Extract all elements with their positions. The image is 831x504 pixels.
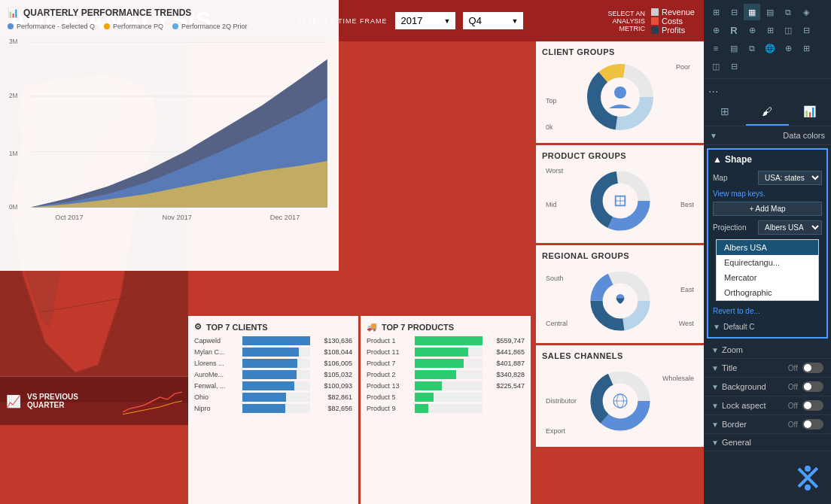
client-row-4: AuroMe... $105,032 bbox=[194, 370, 352, 379]
zoom-chevron: ▼ bbox=[711, 346, 719, 354]
chart-title: 📊 QUARTERLY PERFORMANCE TRENDS bbox=[8, 8, 331, 18]
toolbar-icon-17[interactable]: ◫ bbox=[708, 58, 724, 74]
title-value: Off bbox=[788, 363, 823, 373]
toolbar-icon-5[interactable]: ⧉ bbox=[780, 4, 796, 20]
background-toggle[interactable] bbox=[802, 381, 823, 392]
revenue-dot bbox=[651, 8, 659, 16]
zoom-row: ▼ Zoom bbox=[704, 342, 831, 359]
svg-point-23 bbox=[614, 87, 626, 99]
toolbar-icon-globe[interactable]: 🌐 bbox=[762, 40, 778, 56]
legend-circle-selected bbox=[8, 23, 14, 29]
dropdown-albers-usa[interactable]: Albers USA bbox=[717, 240, 818, 255]
svg-text:2M: 2M bbox=[9, 93, 18, 99]
client-bar-3 bbox=[242, 359, 310, 368]
projection-select[interactable]: Albers USA bbox=[758, 220, 822, 235]
svg-text:3M: 3M bbox=[9, 38, 18, 45]
svg-text:1M: 1M bbox=[9, 150, 18, 157]
toolbar-icon-r[interactable]: R bbox=[726, 22, 742, 38]
product-groups-box: PRODUCT GROUPS Worst Mid Best bbox=[536, 145, 704, 243]
toolbar-icon-18[interactable]: ⊟ bbox=[726, 58, 742, 74]
product-row-6: Product 5 bbox=[367, 393, 525, 402]
chart-svg: 3M 2M 1M 0M Oct 2017 Nov 2017 Dec 2017 bbox=[8, 35, 331, 223]
sparkline bbox=[123, 386, 182, 416]
dropdown-mercator[interactable]: Mercator bbox=[717, 270, 818, 285]
toolbar-icon-15[interactable]: ⊕ bbox=[780, 40, 796, 56]
client-top-label: Top bbox=[546, 97, 557, 105]
svg-point-44 bbox=[805, 484, 811, 490]
header-right: SELECT ANANALYSISMETRIC Revenue Costs Pr… bbox=[608, 8, 695, 35]
shape-panel: ▲ Shape Map USA: states View map keys. +… bbox=[707, 148, 828, 339]
lock-aspect-toggle[interactable] bbox=[802, 400, 823, 411]
tab-format[interactable]: 🖌 bbox=[746, 99, 788, 126]
regional-central-label: Central bbox=[546, 320, 568, 327]
panel-content: ▼ Data colors ▲ Shape Map USA: states Vi… bbox=[704, 126, 831, 504]
chart-legend: Performance - Selected Q Performance PQ … bbox=[8, 23, 331, 30]
toolbar-icon-7[interactable]: ⊕ bbox=[708, 22, 724, 38]
svg-text:Oct 2017: Oct 2017 bbox=[55, 214, 83, 221]
product-row-2: Product 11 $441,865 bbox=[367, 348, 525, 357]
border-toggle[interactable] bbox=[802, 419, 823, 430]
data-colors-header[interactable]: ▼ Data colors bbox=[704, 126, 831, 144]
svg-text:Dec 2017: Dec 2017 bbox=[270, 214, 300, 221]
product-bar-5 bbox=[415, 381, 482, 390]
client-bar-1 bbox=[242, 336, 310, 345]
title-row: ▼ Title Off bbox=[704, 359, 831, 378]
add-map-button[interactable]: + Add Map bbox=[713, 202, 822, 216]
year-select-wrapper[interactable]: 2017 bbox=[395, 12, 455, 29]
map-select[interactable]: USA: states bbox=[758, 171, 822, 185]
background-chevron: ▼ bbox=[711, 383, 719, 391]
client-bar-6 bbox=[242, 393, 310, 402]
quarter-select-wrapper[interactable]: Q4 bbox=[463, 12, 523, 29]
border-chevron: ▼ bbox=[711, 421, 719, 429]
title-knob bbox=[804, 364, 811, 372]
revert-link[interactable]: Revert to de... bbox=[713, 307, 822, 315]
toolbar-icon-4[interactable]: ▤ bbox=[762, 4, 778, 20]
client-row-5: Fenwal, ... $100,093 bbox=[194, 381, 352, 390]
toolbar-icon-8[interactable]: ⊕ bbox=[744, 22, 760, 38]
map-row: Map USA: states bbox=[713, 171, 822, 185]
lock-aspect-label-row: ▼ Lock aspect bbox=[711, 401, 766, 410]
lock-aspect-value: Off bbox=[788, 400, 823, 411]
general-row: ▼ General bbox=[704, 434, 831, 451]
title-toggle[interactable] bbox=[802, 363, 823, 373]
tab-table[interactable]: ⊞ bbox=[704, 99, 746, 126]
toolbar-icon-9[interactable]: ⊞ bbox=[762, 22, 778, 38]
product-bar-2 bbox=[415, 348, 482, 357]
legend-pq: Performance PQ bbox=[104, 23, 163, 30]
product-best-label: Best bbox=[680, 201, 694, 208]
toolbar-icon-13[interactable]: ▤ bbox=[726, 40, 742, 56]
default-c-chevron: ▼ bbox=[713, 323, 720, 331]
toolbar-icon-10[interactable]: ◫ bbox=[780, 22, 796, 38]
background-row: ▼ Background Off bbox=[704, 378, 831, 396]
zoom-label-row: ▼ Zoom bbox=[711, 345, 743, 354]
toolbar-icon-1[interactable]: ⊞ bbox=[708, 4, 724, 20]
dropdown-equirectangular[interactable]: Equirectangu... bbox=[717, 255, 818, 270]
view-map-keys-link[interactable]: View map keys. bbox=[713, 190, 822, 198]
data-colors-section: ▼ Data colors bbox=[704, 126, 831, 145]
year-select[interactable]: 2017 bbox=[395, 12, 455, 29]
dropdown-orthographic[interactable]: Orthographic bbox=[717, 285, 818, 300]
toolbar-icon-2[interactable]: ⊟ bbox=[726, 4, 742, 20]
product-row-1: Product 1 $559,747 bbox=[367, 336, 525, 345]
client-bar-2 bbox=[242, 348, 310, 357]
toolbar-icon-16[interactable]: ⊞ bbox=[798, 40, 814, 56]
legend-selected-q: Performance - Selected Q bbox=[8, 23, 95, 30]
toolbar-icon-6[interactable]: ◈ bbox=[798, 4, 814, 20]
quarter-select[interactable]: Q4 bbox=[463, 12, 523, 29]
border-label-row: ▼ Border bbox=[711, 420, 747, 429]
toolbar-icon-3[interactable]: ▦ bbox=[744, 4, 760, 20]
client-donut-svg bbox=[583, 59, 658, 135]
default-c-label: Default C bbox=[723, 323, 755, 331]
toolbar-icon-12[interactable]: ≡ bbox=[708, 40, 724, 56]
tab-analytics[interactable]: 📊 bbox=[789, 99, 831, 126]
lock-aspect-chevron: ▼ bbox=[711, 402, 719, 410]
toolbar-icon-14[interactable]: ⧉ bbox=[744, 40, 760, 56]
toolbar-icon-11[interactable]: ⊟ bbox=[798, 22, 814, 38]
sales-distributor-label: Distributor bbox=[546, 397, 577, 405]
regional-east-label: East bbox=[680, 286, 694, 293]
clients-title: ⚙ TOP 7 CLIENTS bbox=[194, 322, 352, 332]
profits-dot bbox=[651, 26, 659, 34]
products-icon: 🚚 bbox=[367, 322, 377, 332]
border-knob bbox=[804, 421, 811, 428]
product-bar-6 bbox=[415, 393, 482, 402]
